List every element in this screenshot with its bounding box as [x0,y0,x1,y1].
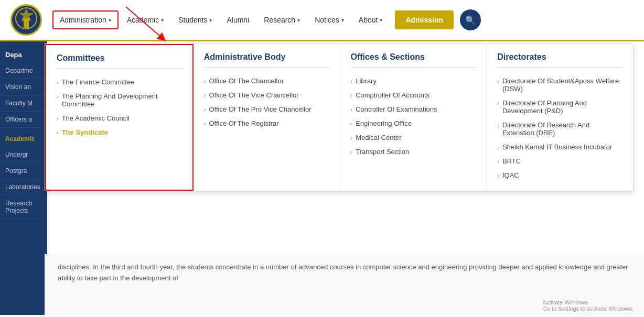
controller-exams-item[interactable]: › Controller Of Examinations [351,102,476,116]
chevron-icon: › [351,135,353,141]
sidebar-item-research-projects[interactable]: Research Projects [0,195,47,219]
nav-students[interactable]: Students ▾ [172,12,218,28]
dre-item[interactable]: › Directorate Of Research And Extenstion… [497,118,622,140]
chancellor-item[interactable]: › Office Of The Chancellor [204,74,329,88]
chevron-icon: › [497,100,499,106]
vice-chancellor-item[interactable]: › Office Of The Vice Chancellor [204,88,329,102]
nav-administration[interactable]: Administration ▾ [52,10,119,29]
nav-about[interactable]: About ▾ [352,12,389,28]
pd-item[interactable]: › Directorate Of Planning And Developmen… [497,96,622,118]
pro-vice-chancellor-item[interactable]: › Office Of The Pro Vice Chancellor [204,102,329,116]
sidebar-item-vision[interactable]: Vision an [0,79,47,95]
comptroller-item[interactable]: › Comptroller Of Accounts [351,88,476,102]
medical-center-item[interactable]: › Medical Center [351,130,476,145]
directorates-column: Directorates › Directorate Of Student&Ap… [487,44,633,191]
dsw-item[interactable]: › Directorate Of Student&Aposs Welfare (… [497,74,622,96]
brtc-item[interactable]: › BRTC [497,154,622,168]
sidebar-item-faculty[interactable]: Faculty M [0,95,47,112]
search-icon: 🔍 [465,15,476,25]
sidebar-academic-header: Academic [0,131,47,147]
svg-rect-3 [23,18,30,20]
registrar-item[interactable]: › Office Of The Registrar [204,116,329,130]
sidebar-header: Depa [0,47,47,63]
about-chevron-icon: ▾ [380,17,382,23]
chevron-icon: › [57,115,59,122]
directorates-title: Directorates [497,52,622,68]
nav-alumni[interactable]: Alumni [220,12,255,28]
chevron-icon: › [497,172,499,179]
chevron-icon: › [57,79,59,85]
syndicate-item[interactable]: › The Syndicate [57,125,182,139]
chevron-icon: › [351,78,353,84]
sidebar-item-laboratories[interactable]: Laboratories [0,179,47,195]
students-chevron-icon: ▾ [209,17,212,23]
finance-committee-item[interactable]: › The Finance Committee [57,75,182,89]
academic-chevron-icon: ▾ [161,17,164,23]
research-chevron-icon: ▾ [297,17,300,23]
chevron-icon: › [57,93,59,100]
chevron-icon: › [351,149,353,155]
university-logo [10,4,42,36]
chevron-icon: › [351,92,353,99]
chevron-icon: › [204,121,206,127]
nav-notices[interactable]: Notices ▾ [308,12,350,28]
chevron-icon: › [351,121,353,127]
chevron-icon: › [204,92,206,99]
iqac-item[interactable]: › IQAC [497,168,622,182]
chevron-icon: › [204,106,206,113]
main-layout: Depa Departme Vision an Faculty M Office… [0,41,644,315]
page-text: disciplines. In the third and fourth yea… [58,262,631,284]
sidebar-item-postgrad[interactable]: Postgra [0,163,47,179]
chevron-icon: › [497,144,499,150]
planning-committee-item[interactable]: › The Planning And Development Committee [57,89,182,111]
academic-council-item[interactable]: › The Academic Council [57,111,182,125]
admission-button[interactable]: Admission [395,10,454,29]
sidebar-item-undergrad[interactable]: Undergr [0,147,47,163]
committees-title: Committees [57,53,182,69]
engineering-office-item[interactable]: › Engineering Office [351,116,476,130]
chevron-icon: › [497,122,499,128]
windows-watermark: Activate Windows Go to Settings to activ… [542,299,634,312]
chevron-icon: › [497,158,499,165]
notices-chevron-icon: ▾ [341,17,344,23]
svg-rect-2 [24,19,29,28]
search-button[interactable]: 🔍 [460,9,481,30]
offices-title: Offices & Sections [351,52,476,68]
chevron-icon: › [351,106,353,113]
administrative-body-column: Administrative Body › Office Of The Chan… [194,44,340,191]
sidebar-item-department[interactable]: Departme [0,63,47,79]
logo-area [10,4,42,36]
admin-dropdown-menu: Committees › The Finance Committee › The… [45,43,634,191]
transport-section-item[interactable]: › Transport Section [351,145,476,159]
sidebar-item-officers[interactable]: Officers a [0,112,47,128]
header: Administration ▾ Academic ▾ Students ▾ A… [0,0,644,41]
it-incubator-item[interactable]: › Sheikh Kamal IT Business Incubator [497,140,622,154]
chevron-icon: › [57,129,59,136]
sidebar: Depa Departme Vision an Faculty M Office… [0,41,47,315]
chevron-icon: › [204,78,206,84]
admin-body-title: Administrative Body [204,52,329,68]
committees-column: Committees › The Finance Committee › The… [45,44,194,191]
nav-academic[interactable]: Academic ▾ [121,12,170,28]
library-item[interactable]: › Library [351,74,476,88]
chevron-icon: › [497,78,499,84]
admin-chevron-icon: ▾ [109,17,111,23]
logo-svg [15,7,38,33]
main-nav: Administration ▾ Academic ▾ Students ▾ A… [52,9,634,30]
offices-sections-column: Offices & Sections › Library › Comptroll… [340,44,487,191]
nav-research[interactable]: Research ▾ [257,12,306,28]
